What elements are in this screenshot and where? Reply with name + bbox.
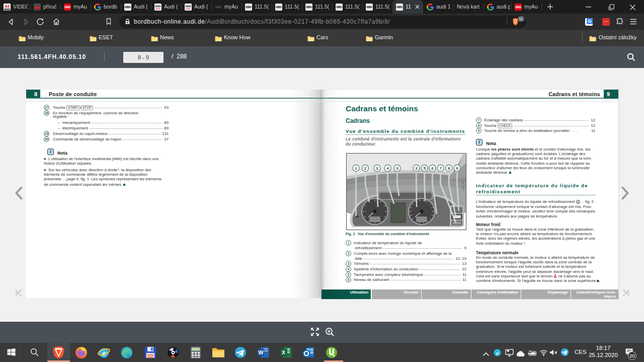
svg-text:4: 4 bbox=[386, 166, 389, 171]
svg-text:A3: A3 bbox=[5, 5, 10, 8]
svg-text:e: e bbox=[496, 350, 499, 356]
svg-text:6: 6 bbox=[431, 166, 434, 171]
svg-text:5: 5 bbox=[423, 166, 426, 171]
svg-text:2: 2 bbox=[364, 166, 367, 171]
svg-text:3: 3 bbox=[415, 166, 418, 171]
svg-text:B4L-0807: B4L-0807 bbox=[462, 181, 464, 190]
svg-text:1: 1 bbox=[355, 166, 357, 171]
svg-text:Audi: Audi bbox=[186, 8, 190, 10]
svg-text:9: 9 bbox=[456, 166, 458, 171]
svg-text:W: W bbox=[258, 349, 264, 355]
svg-text:Audi: Audi bbox=[156, 8, 160, 10]
svg-text:X: X bbox=[282, 349, 286, 355]
svg-text:7: 7 bbox=[439, 166, 442, 171]
svg-text:8: 8 bbox=[448, 166, 450, 171]
svg-text:3: 3 bbox=[376, 166, 378, 171]
svg-text:3: 3 bbox=[396, 166, 398, 171]
